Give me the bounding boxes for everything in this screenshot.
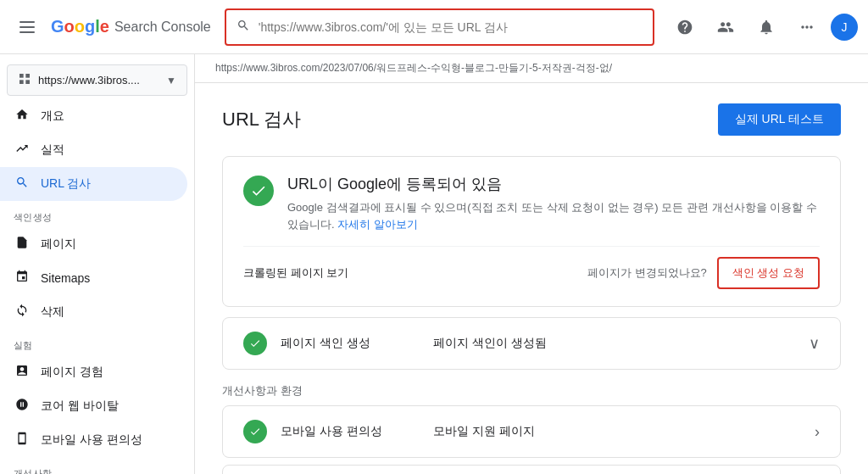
improvements-section-label: 개선사항과 환경 — [222, 383, 841, 399]
page-title: URL 검사 — [222, 107, 301, 132]
indexing-label: 페이지 색인 생성 — [281, 336, 433, 351]
sidebar-item-performance[interactable]: 실적 — [0, 133, 187, 167]
core-web-vitals-icon — [14, 398, 31, 415]
chevron-right-icon: › — [815, 423, 820, 441]
section-indexing-label: 색인생성 — [0, 201, 194, 227]
section-enhancements-label: 개선사항 — [0, 457, 194, 474]
sidebar-item-label: URL 검사 — [41, 176, 91, 192]
sidebar-item-page-experience[interactable]: 페이지 경험 — [0, 355, 187, 389]
section-experience-label: 실험 — [0, 329, 194, 355]
app-header: Google Search Console J — [0, 0, 868, 54]
svg-rect-0 — [19, 21, 35, 23]
performance-icon — [14, 142, 31, 159]
svg-rect-6 — [25, 80, 30, 84]
mobile-label: 모바일 사용 편의성 — [281, 424, 433, 439]
apps-button[interactable] — [790, 10, 824, 44]
sidebar-item-label: 페이지 경험 — [41, 365, 103, 380]
sidebar-item-mobile-usability[interactable]: 모바일 사용 편의성 — [0, 423, 187, 457]
sidebar-item-label: 실적 — [41, 142, 64, 158]
mobile-usability-row[interactable]: 모바일 사용 편의성 모바일 지원 페이지 › — [222, 405, 841, 458]
removal-icon — [14, 304, 31, 321]
svg-rect-1 — [19, 26, 35, 28]
notifications-button[interactable] — [749, 10, 783, 44]
changed-text: 페이지가 변경되었나요? — [587, 265, 707, 281]
sidebar-item-core-web-vitals[interactable]: 코어 웹 바이탈 — [0, 389, 187, 423]
search-bar[interactable] — [225, 8, 654, 46]
learn-more-link[interactable]: 자세히 알아보기 — [337, 218, 418, 231]
indexing-row[interactable]: 페이지 색인 생성 페이지 색인이 생성됨 ∨ — [222, 317, 841, 370]
site-label: https://www.3ibros.... — [38, 74, 159, 86]
site-selector[interactable]: https://www.3ibros.... ▼ — [7, 64, 187, 96]
indexing-check-icon — [243, 332, 267, 355]
google-logo: Google Search Console — [51, 17, 211, 36]
sidebar-item-label: 삭제 — [41, 304, 64, 320]
svg-rect-2 — [19, 31, 35, 33]
search-icon — [236, 19, 250, 36]
mobile-check-icon — [243, 420, 267, 443]
test-url-button[interactable]: 실제 URL 테스트 — [718, 103, 841, 136]
help-button[interactable] — [668, 10, 702, 44]
site-icon — [18, 72, 31, 88]
app-body: https://www.3ibros.... ▼ 개요 실적 URL 검사 색인… — [0, 54, 868, 474]
avatar[interactable]: J — [831, 14, 858, 41]
accounts-button[interactable] — [709, 10, 743, 44]
sidebar-item-label: 페이지 — [41, 237, 76, 252]
page-header: URL 검사 실제 URL 테스트 — [222, 103, 841, 136]
crawl-link[interactable]: 크롤링된 페이지 보기 — [243, 265, 348, 281]
status-description: Google 검색결과에 표시될 수 있으며(직접 조치 또는 삭제 요청이 없… — [287, 199, 820, 232]
svg-rect-3 — [19, 74, 24, 78]
page-experience-icon — [14, 364, 31, 381]
sidebar-item-url-inspection[interactable]: URL 검사 — [0, 167, 187, 201]
sitemaps-icon — [14, 270, 31, 287]
search-nav-icon — [14, 176, 31, 192]
chevron-down-icon: ∨ — [809, 334, 820, 353]
search-input[interactable] — [259, 20, 643, 34]
status-footer: 크롤링된 페이지 보기 페이지가 변경되었나요? 색인 생성 요청 — [243, 246, 820, 289]
sidebar-item-removal[interactable]: 삭제 — [0, 295, 187, 329]
mobile-value: 모바일 지원 페이지 — [433, 424, 815, 439]
svg-rect-5 — [19, 80, 24, 84]
hamburger-button[interactable] — [10, 10, 44, 44]
status-content: URL이 Google에 등록되어 있음 Google 검색결과에 표시될 수 … — [287, 174, 820, 232]
pages-icon — [14, 236, 31, 253]
sidebar-item-label: 개요 — [41, 109, 64, 124]
indexing-value: 페이지 색인이 생성됨 — [433, 336, 809, 351]
sidebar-item-label: Sitemaps — [41, 271, 90, 285]
sidebar-item-pages[interactable]: 페이지 — [0, 227, 187, 261]
status-check-icon — [243, 176, 274, 206]
mobile-icon — [14, 432, 31, 449]
breadcrumb: https://www.3ibros.com/2023/07/06/워드프레스-… — [195, 54, 868, 83]
header-actions: J — [668, 10, 858, 44]
status-footer-right: 페이지가 변경되었나요? 색인 생성 요청 — [587, 257, 820, 289]
status-card: URL이 Google에 등록되어 있음 Google 검색결과에 표시될 수 … — [222, 156, 841, 307]
sidebar-item-label: 코어 웹 바이탈 — [41, 399, 119, 414]
status-header: URL이 Google에 등록되어 있음 Google 검색결과에 표시될 수 … — [243, 174, 820, 232]
content-area: URL 검사 실제 URL 테스트 URL이 Google에 등록되어 있음 G… — [195, 83, 868, 474]
home-icon — [14, 108, 31, 125]
svg-rect-4 — [25, 74, 30, 78]
status-title: URL이 Google에 등록되어 있음 — [287, 174, 820, 194]
sidebar: https://www.3ibros.... ▼ 개요 실적 URL 검사 색인… — [0, 54, 195, 474]
sidebar-item-overview[interactable]: 개요 — [0, 99, 187, 133]
main-content: https://www.3ibros.com/2023/07/06/워드프레스-… — [195, 54, 868, 474]
site-caret-icon: ▼ — [166, 75, 176, 86]
index-request-button[interactable]: 색인 생성 요청 — [717, 257, 820, 289]
breadcrumbs-row[interactable]: 탐색경로 유효한 항목 1개 감지됨 › — [222, 465, 841, 474]
sidebar-item-label: 모바일 사용 편의성 — [41, 432, 142, 448]
app-title: Search Console — [114, 20, 211, 35]
header-left: Google Search Console — [10, 10, 211, 44]
sidebar-item-sitemaps[interactable]: Sitemaps — [0, 261, 187, 295]
